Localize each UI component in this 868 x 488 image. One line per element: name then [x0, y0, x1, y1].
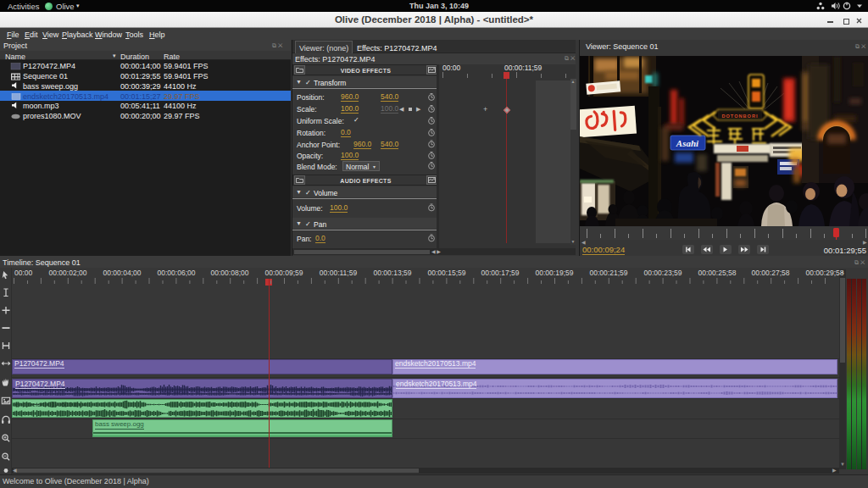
- svg-text:Asahi: Asahi: [676, 138, 699, 148]
- svg-text:DOTONBORI: DOTONBORI: [721, 114, 758, 119]
